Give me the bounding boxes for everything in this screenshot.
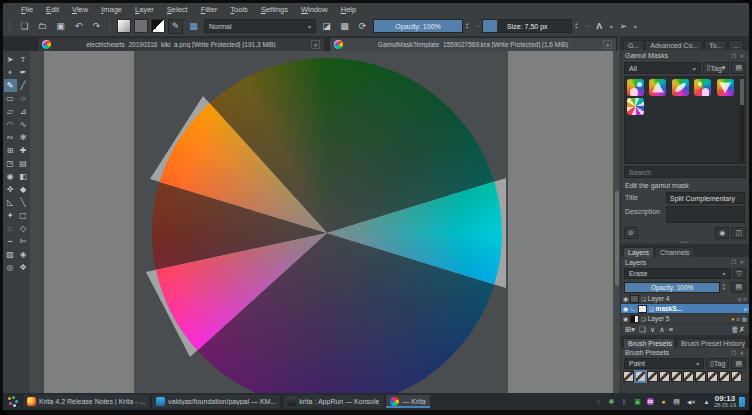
tag-button[interactable]: ▯ Tag ▾ xyxy=(703,62,730,74)
brush-preset-1[interactable] xyxy=(623,371,634,382)
mask-blobs[interactable] xyxy=(627,79,644,96)
size-slider[interactable]: Size: 7,50 px xyxy=(482,19,572,33)
gradient-tool[interactable]: ▤ xyxy=(17,157,30,170)
brush-presets-grid-icon[interactable]: ▦ xyxy=(186,19,201,34)
text-tool[interactable]: T xyxy=(17,53,30,66)
pattern-edit-tool[interactable]: ◧ xyxy=(17,170,30,183)
canvas-area[interactable] xyxy=(30,51,620,393)
size-decrement[interactable]: – xyxy=(585,23,588,29)
mask-triangle-2[interactable] xyxy=(717,79,734,96)
delete-layer-button[interactable]: 🗑︎✗ xyxy=(731,325,745,334)
wrap-dropdown-arrow[interactable]: ▾ xyxy=(634,23,637,30)
new-document-button[interactable]: ❏ xyxy=(17,19,32,34)
brush-preset-6[interactable] xyxy=(683,371,694,382)
menu-filter[interactable]: Filter xyxy=(195,4,224,15)
docker-tab-to-[interactable]: To... xyxy=(704,40,727,50)
docker-float-close-icons[interactable]: ❐ ✕ xyxy=(731,350,745,356)
pattern-swatch[interactable] xyxy=(134,19,148,33)
docker-float-close-icons[interactable]: ❐ ✕ xyxy=(731,259,745,265)
tab-channels[interactable]: Channels xyxy=(655,247,695,257)
menu-window[interactable]: Window xyxy=(295,4,334,15)
edit-brush-settings-button[interactable]: ✎ xyxy=(168,19,183,34)
preview-mask-button[interactable]: ◉ xyxy=(715,227,729,239)
opacity-slider[interactable]: Opacity: 100% xyxy=(373,19,463,33)
brush-filter-select[interactable]: Paint xyxy=(624,358,704,369)
line-tool[interactable]: ╱ xyxy=(17,79,30,92)
assistants-tool[interactable]: ◺ xyxy=(4,196,17,209)
tray-expand-icon[interactable]: ▴ xyxy=(702,398,711,406)
mask-lens[interactable] xyxy=(672,79,689,96)
mask-title-input[interactable]: Split Complementary xyxy=(666,192,745,204)
menu-help[interactable]: Help xyxy=(335,4,362,15)
brush-preset-7[interactable] xyxy=(695,371,706,382)
smart-patch-tool[interactable]: ✜ xyxy=(4,183,17,196)
reload-preset-button[interactable]: ⟳ xyxy=(355,19,370,34)
fg-bg-color-swatch[interactable] xyxy=(151,19,165,33)
mask-search-input[interactable]: Search xyxy=(624,166,746,178)
size-spinner[interactable]: ▴▾ xyxy=(575,22,582,30)
brush-preset-10[interactable] xyxy=(731,371,742,382)
menu-image[interactable]: Image xyxy=(95,4,128,15)
docker-tab-g-[interactable]: G... xyxy=(623,40,644,50)
polygon-select-tool[interactable]: ◇ xyxy=(17,222,30,235)
move-layer-down-button[interactable]: ∨ xyxy=(650,325,656,334)
mask-list-scrollbar[interactable] xyxy=(740,78,744,162)
document-tab-1[interactable]: electrichearts_20190316_kiki_a.png [Writ… xyxy=(37,37,325,51)
freehand-path-tool[interactable]: ∿ xyxy=(17,118,30,131)
layer-visibility-icon[interactable]: ◉ xyxy=(623,315,628,322)
layer-filter-funnel-button[interactable]: ▽ xyxy=(733,268,746,279)
reference-images-tool[interactable]: ✦ xyxy=(4,209,17,222)
mirror-dropdown-arrow[interactable]: ▾ xyxy=(610,23,613,30)
color-sampler-tool[interactable]: ◉ xyxy=(4,170,17,183)
taskbar-item-kmail[interactable]: valdyas/foundation/paypal — KM... xyxy=(151,395,280,408)
document-tab-2[interactable]: GamutMaskTemplate_1559027569.kra [Write … xyxy=(329,37,617,51)
add-layer-button[interactable]: ⊞▾ xyxy=(625,325,635,334)
app-launcher-icon[interactable] xyxy=(7,396,19,408)
tab-layers[interactable]: Layers xyxy=(623,247,654,257)
layer-row-masks-[interactable]: ◉∟❏maskS...α xyxy=(621,304,749,314)
close-tab-icon[interactable]: ✕ xyxy=(311,40,320,49)
layer-view-options-button[interactable]: ▤ xyxy=(731,282,746,293)
undo-button[interactable]: ↶ xyxy=(71,19,86,34)
multibrush-tool[interactable]: ✻ xyxy=(17,131,30,144)
mask-filter-select[interactable]: All xyxy=(624,62,701,74)
taskbar-item-firefox[interactable]: Krita 4.2 Release Notes | Krita - ... xyxy=(22,395,149,408)
brush-preset-8[interactable] xyxy=(707,371,718,382)
open-document-button[interactable]: 🗀 xyxy=(35,19,50,34)
menu-select[interactable]: Select xyxy=(161,4,194,15)
status-circle-icon[interactable]: ◌ xyxy=(594,398,603,405)
redo-button[interactable]: ↷ xyxy=(89,19,104,34)
canvas-vertical-scrollbar[interactable] xyxy=(615,191,619,286)
brush-preset-2[interactable] xyxy=(635,371,646,382)
layer-opacity-slider[interactable]: Opacity: 100% xyxy=(624,282,720,293)
blending-mode-select[interactable]: Normal xyxy=(204,19,316,33)
eraser-mode-button[interactable]: ◪ xyxy=(319,19,334,34)
select-shapes-tool[interactable]: ➤ xyxy=(4,53,17,66)
rectangle-tool[interactable]: ▭ xyxy=(4,92,17,105)
layer-blend-mode-select[interactable]: Erase xyxy=(624,268,731,279)
menu-file[interactable]: File xyxy=(15,4,39,15)
taskbar-item-krita[interactable]: — Krita xyxy=(385,395,429,408)
magnetic-select-tool[interactable]: ✄ xyxy=(17,235,30,248)
show-desktop-widget[interactable] xyxy=(739,397,745,407)
menu-edit[interactable]: Edit xyxy=(40,4,65,15)
polyline-tool[interactable]: ⊿ xyxy=(17,105,30,118)
tab-brush-presets[interactable]: Brush Presets xyxy=(623,338,675,348)
ellipse-select-tool[interactable]: ◌ xyxy=(4,222,17,235)
mirror-horizontal-icon[interactable]: Λ xyxy=(592,19,607,34)
move-layer-up-button[interactable]: ∧ xyxy=(659,325,665,334)
brush-preset-9[interactable] xyxy=(719,371,730,382)
dynamic-brush-tool[interactable]: ∾ xyxy=(4,131,17,144)
layer-visibility-icon[interactable]: ◉ xyxy=(623,305,628,312)
pan-tool[interactable]: ✥ xyxy=(17,261,30,274)
display-icon[interactable]: ▣ xyxy=(633,398,642,406)
freehand-brush-tool[interactable]: ✎ xyxy=(4,79,17,92)
docker-tab--[interactable]: ... xyxy=(728,40,744,50)
calligraphy-tool[interactable]: ✒ xyxy=(17,66,30,79)
zoom-tool[interactable]: ◎ xyxy=(4,261,17,274)
freehand-select-tool[interactable]: ∽ xyxy=(4,235,17,248)
menu-view[interactable]: View xyxy=(66,4,94,15)
taskbar-item-konsole[interactable]: krita : AppRun — Konsole xyxy=(282,395,383,408)
measure-tool[interactable]: ╲ xyxy=(17,196,30,209)
gradient-swatch[interactable] xyxy=(117,19,131,33)
